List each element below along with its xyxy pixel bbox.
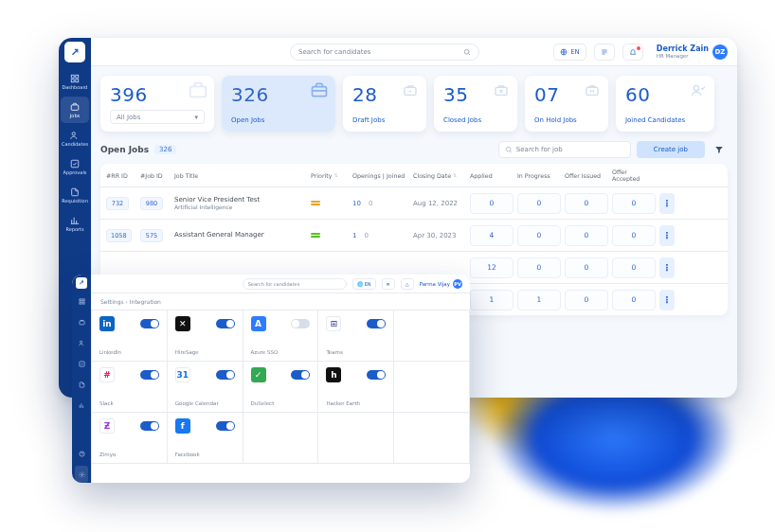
nav-candidates[interactable] bbox=[75, 334, 88, 351]
nav-approvals[interactable] bbox=[75, 355, 88, 372]
stat-closed-jobs[interactable]: 35 Closed Jobs bbox=[434, 76, 517, 132]
svg-rect-17 bbox=[82, 298, 84, 300]
app-logo-small[interactable]: ↗ bbox=[76, 277, 87, 289]
col-priority[interactable]: Priority⇅ bbox=[311, 172, 349, 179]
sidebar-item-jobs[interactable]: Jobs bbox=[61, 97, 89, 123]
nav-help[interactable] bbox=[75, 445, 88, 462]
sidebar-item-requisition[interactable]: Requisition bbox=[61, 182, 89, 208]
sidebar-item-label: Candidates bbox=[62, 141, 88, 147]
integration-name: Facebook bbox=[175, 452, 235, 457]
progress-cell[interactable]: 1 bbox=[517, 290, 561, 310]
accepted-cell[interactable]: 0 bbox=[612, 225, 656, 246]
row-menu-button[interactable]: ⋮ bbox=[659, 257, 675, 278]
sidebar-item-approvals[interactable]: Approvals bbox=[61, 153, 89, 180]
briefcase-pause-icon bbox=[584, 82, 601, 98]
col-title[interactable]: Job Title bbox=[174, 172, 307, 179]
nav-reports[interactable] bbox=[75, 397, 88, 414]
col-rrid[interactable]: #RR ID bbox=[106, 172, 136, 179]
sidebar-item-candidates[interactable]: Candidates bbox=[61, 125, 89, 151]
row-menu-button[interactable]: ⋮ bbox=[659, 290, 675, 310]
sidebar-item-dashboard[interactable]: Dashboard bbox=[61, 68, 89, 95]
progress-cell[interactable]: 0 bbox=[517, 257, 561, 278]
global-search[interactable]: Search for candidates bbox=[290, 44, 479, 61]
users-icon bbox=[79, 340, 85, 346]
integration-toggle[interactable] bbox=[216, 319, 235, 328]
jobid-chip[interactable]: 575 bbox=[140, 229, 163, 242]
stat-joined-candidates[interactable]: 60 Joined Candidates bbox=[616, 76, 714, 132]
integration-toggle[interactable] bbox=[216, 370, 235, 380]
job-title: Assistant General Manager bbox=[174, 231, 307, 239]
applied-cell[interactable]: 12 bbox=[470, 257, 514, 278]
integration-empty bbox=[394, 310, 470, 362]
integration-toggle[interactable] bbox=[367, 370, 386, 380]
job-search[interactable]: Search for job bbox=[498, 141, 631, 158]
integration-toggle[interactable] bbox=[367, 319, 386, 328]
svg-rect-4 bbox=[71, 104, 79, 109]
notifications-button[interactable] bbox=[622, 44, 643, 61]
integration-name: Zimyo bbox=[99, 452, 159, 457]
user-small[interactable]: Parma VijayPV bbox=[420, 279, 462, 289]
table-row[interactable]: 732980Senior Vice President TestArtifici… bbox=[100, 186, 728, 219]
language-button[interactable]: EN bbox=[553, 44, 586, 61]
accepted-cell[interactable]: 0 bbox=[612, 193, 656, 214]
rr-chip[interactable]: 732 bbox=[106, 197, 129, 210]
issued-cell[interactable]: 0 bbox=[565, 193, 608, 214]
row-menu-button[interactable]: ⋮ bbox=[659, 225, 675, 246]
applied-cell[interactable]: 4 bbox=[470, 225, 514, 246]
sidebar-item-label: Requisition bbox=[62, 198, 88, 204]
filter-icon bbox=[714, 145, 724, 154]
integration-toggle[interactable] bbox=[140, 370, 159, 380]
col-accepted[interactable]: Offer Accepted bbox=[612, 168, 656, 182]
breadcrumb[interactable]: Settings › Integration bbox=[91, 293, 470, 310]
bell-small[interactable]: △ bbox=[401, 278, 414, 290]
col-issued[interactable]: Offer Issued bbox=[565, 172, 608, 179]
lang-small[interactable]: 🌐EN bbox=[352, 278, 376, 290]
all-jobs-dropdown[interactable]: All Jobs ▾ bbox=[110, 110, 205, 124]
filter-button[interactable] bbox=[711, 141, 728, 158]
integration-toggle[interactable] bbox=[216, 421, 235, 431]
stat-hold-jobs[interactable]: 07 On Hold Jobs bbox=[525, 76, 608, 132]
accepted-cell[interactable]: 0 bbox=[612, 290, 656, 310]
issued-cell[interactable]: 0 bbox=[565, 225, 608, 246]
create-job-button[interactable]: Create job bbox=[637, 141, 705, 158]
activity-small[interactable]: ≡ bbox=[382, 278, 395, 290]
col-applied[interactable]: Applied bbox=[470, 172, 514, 179]
integration-icon: ✓ bbox=[251, 367, 266, 382]
nav-requisition[interactable] bbox=[75, 376, 88, 393]
row-menu-button[interactable]: ⋮ bbox=[659, 193, 675, 214]
nav-settings[interactable] bbox=[75, 466, 88, 483]
jobid-chip[interactable]: 980 bbox=[140, 197, 163, 210]
col-jobid[interactable]: #Job ID bbox=[140, 172, 171, 179]
issued-cell[interactable]: 0 bbox=[565, 257, 608, 278]
table-row[interactable]: 1058575Assistant General Manager10Apr 30… bbox=[100, 219, 728, 251]
activity-button[interactable] bbox=[594, 44, 615, 61]
progress-cell[interactable]: 0 bbox=[517, 225, 561, 246]
sidebar-item-label: Dashboard bbox=[62, 84, 87, 90]
col-progress[interactable]: In Progress bbox=[517, 172, 561, 179]
svg-rect-18 bbox=[79, 302, 81, 304]
integration-toggle[interactable] bbox=[140, 421, 159, 431]
sidebar-item-reports[interactable]: Reports bbox=[61, 210, 89, 237]
issued-cell[interactable]: 0 bbox=[565, 290, 608, 310]
stat-draft-jobs[interactable]: 28 Draft Jobs bbox=[343, 76, 426, 132]
stat-open-jobs[interactable]: 326 Open Jobs bbox=[222, 76, 335, 132]
search-small[interactable]: Search for candidates bbox=[243, 278, 347, 290]
integration-toggle[interactable] bbox=[291, 319, 310, 328]
nav-jobs[interactable] bbox=[75, 313, 88, 330]
applied-cell[interactable]: 0 bbox=[470, 193, 514, 214]
integration-empty bbox=[318, 413, 394, 464]
user-menu[interactable]: Derrick Zain HR Manager DZ bbox=[657, 44, 728, 60]
applied-cell[interactable]: 1 bbox=[470, 290, 514, 310]
app-logo[interactable]: ↗ bbox=[64, 42, 85, 62]
integration-toggle[interactable] bbox=[140, 319, 159, 328]
integration-toggle[interactable] bbox=[291, 370, 310, 380]
help-icon bbox=[79, 451, 85, 457]
nav-dashboard[interactable] bbox=[75, 293, 88, 310]
col-openings[interactable]: Openings | Joined bbox=[352, 172, 409, 179]
rr-chip[interactable]: 1058 bbox=[106, 229, 132, 242]
accepted-cell[interactable]: 0 bbox=[612, 257, 656, 278]
progress-cell[interactable]: 0 bbox=[517, 193, 561, 214]
col-closing[interactable]: Closing Date⇅ bbox=[413, 172, 466, 179]
topbar-small: Search for candidates 🌐EN ≡ △ Parma Vija… bbox=[91, 275, 470, 293]
bell-icon bbox=[629, 48, 637, 56]
